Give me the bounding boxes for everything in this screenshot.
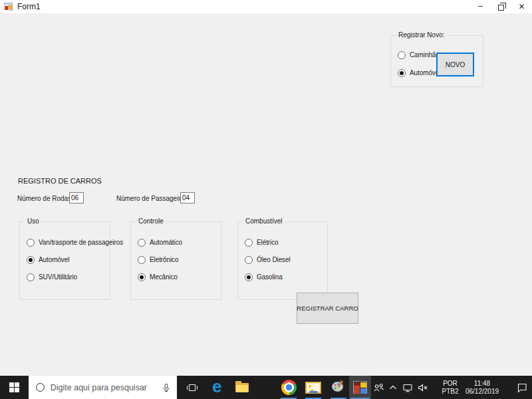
window-title: Form1 bbox=[17, 2, 41, 11]
edge-icon: e bbox=[212, 378, 221, 395]
window-titlebar: Form1 – ✕ bbox=[0, 0, 532, 13]
page-title: REGISTRO DE CARROS bbox=[18, 177, 102, 185]
radio-icon bbox=[245, 273, 253, 281]
combustivel-options: ElétricoÓleo DieselGasolina bbox=[245, 238, 291, 281]
language-indicator[interactable]: POR PTB2 bbox=[439, 380, 462, 396]
groupbox-controle: Controle AutomáticoEletrônicoMecânico bbox=[130, 221, 221, 300]
radio-gasolina[interactable]: Gasolina bbox=[245, 273, 291, 281]
chrome-button[interactable] bbox=[279, 376, 298, 399]
radio-suv-utilitario[interactable]: SUV/Utilitário bbox=[27, 273, 123, 281]
passageiros-input[interactable] bbox=[180, 192, 195, 203]
radio-label: Elétrico bbox=[257, 239, 279, 246]
groupbox-uso: Uso Van/trasporte de passageirosAutomóve… bbox=[19, 221, 110, 300]
system-tray: POR PTB2 11:48 06/12/2019 bbox=[371, 376, 532, 399]
radio-icon bbox=[398, 51, 406, 59]
taskbar-search[interactable] bbox=[29, 376, 177, 399]
radio-icon bbox=[27, 256, 35, 264]
action-center-icon[interactable] bbox=[512, 376, 532, 399]
radio-automatico[interactable]: Automático bbox=[138, 238, 182, 247]
chevron-up-icon[interactable] bbox=[386, 376, 400, 399]
radio-icon bbox=[398, 69, 406, 77]
file-explorer-icon bbox=[235, 383, 249, 392]
keyboard-layout: PTB2 bbox=[439, 388, 462, 396]
radio-automovel[interactable]: Automóvel bbox=[27, 255, 123, 264]
uso-options: Van/trasporte de passageirosAutomóvelSUV… bbox=[27, 238, 123, 281]
desktop-screen: Form1 – ✕ Registrar Novo: CaminhãoAutomó… bbox=[0, 0, 532, 399]
chrome-icon bbox=[281, 380, 297, 395]
radio-label: SUV/Utilitário bbox=[39, 273, 77, 281]
photos-button[interactable] bbox=[304, 376, 323, 399]
start-button[interactable] bbox=[0, 376, 29, 399]
radio-label: Automóvel bbox=[39, 256, 69, 263]
clock[interactable]: 11:48 06/12/2019 bbox=[462, 380, 503, 396]
radio-mecanico[interactable]: Mecânico bbox=[138, 273, 182, 281]
radio-van-trasporte-de-passageiros[interactable]: Van/trasporte de passageiros bbox=[27, 238, 123, 247]
radio-label: Van/trasporte de passageiros bbox=[39, 239, 123, 246]
radio-label: Mecânico bbox=[150, 273, 178, 281]
registrar-novo-options: CaminhãoAutomóvel bbox=[398, 51, 440, 77]
groupbox-combustivel: Combustível ElétricoÓleo DieselGasolina bbox=[237, 221, 328, 300]
radio-label: Óleo Diesel bbox=[257, 256, 291, 263]
groupbox-title: Uso bbox=[25, 217, 41, 225]
radio-eletrico[interactable]: Elétrico bbox=[245, 238, 291, 247]
restore-icon[interactable] bbox=[491, 0, 511, 13]
task-view-icon bbox=[187, 384, 198, 392]
network-icon[interactable] bbox=[400, 376, 415, 399]
radio-oleo-diesel[interactable]: Óleo Diesel bbox=[245, 255, 291, 264]
rodas-input[interactable] bbox=[69, 192, 84, 203]
radio-label: Caminhão bbox=[410, 51, 440, 59]
novo-button[interactable]: NOVO bbox=[436, 53, 474, 76]
task-view-button[interactable] bbox=[183, 376, 201, 399]
file-explorer-button[interactable] bbox=[233, 376, 251, 399]
minimize-icon[interactable]: – bbox=[470, 0, 491, 13]
radio-icon bbox=[27, 239, 35, 247]
form-app-icon bbox=[4, 3, 13, 11]
people-icon[interactable] bbox=[371, 376, 386, 399]
groupbox-title: Registrar Novo: bbox=[396, 31, 446, 39]
language-code: POR bbox=[439, 380, 462, 388]
radio-label: Automático bbox=[150, 239, 182, 246]
controle-options: AutomáticoEletrônicoMecânico bbox=[138, 238, 182, 281]
microphone-icon[interactable] bbox=[162, 382, 171, 393]
radio-icon bbox=[245, 256, 253, 264]
radio-icon bbox=[138, 256, 146, 264]
paint-icon bbox=[331, 379, 345, 396]
form-app-taskbar-button[interactable] bbox=[349, 376, 371, 399]
radio-icon bbox=[27, 273, 35, 281]
radio-automovel[interactable]: Automóvel bbox=[398, 68, 440, 77]
radio-icon bbox=[138, 273, 146, 281]
photos-icon bbox=[305, 382, 321, 394]
cortana-circle-icon bbox=[36, 383, 45, 392]
radio-icon bbox=[138, 239, 146, 247]
restore-glyph bbox=[498, 5, 504, 11]
form-app-icon bbox=[353, 381, 367, 394]
registrar-carro-button[interactable]: REGISTRAR CARRO bbox=[297, 293, 358, 324]
groupbox-title: Combustível bbox=[243, 217, 285, 225]
form-client-area: Registrar Novo: CaminhãoAutomóvel NOVO R… bbox=[0, 13, 532, 376]
edge-button[interactable]: e bbox=[207, 376, 226, 399]
radio-icon bbox=[245, 239, 253, 247]
paint-button[interactable] bbox=[329, 376, 348, 399]
radio-label: Gasolina bbox=[257, 273, 283, 281]
start-icon bbox=[9, 382, 19, 392]
groupbox-title: Controle bbox=[136, 217, 166, 225]
volume-muted-icon[interactable] bbox=[415, 376, 430, 399]
rodas-label: Número de Rodas: bbox=[17, 195, 73, 202]
radio-caminhao[interactable]: Caminhão bbox=[398, 51, 440, 59]
taskbar: e bbox=[0, 376, 532, 399]
passageiros-label: Número de Passageiros: bbox=[116, 195, 190, 202]
window-controls: – ✕ bbox=[470, 0, 532, 13]
close-icon[interactable]: ✕ bbox=[511, 0, 532, 13]
radio-eletronico[interactable]: Eletrônico bbox=[138, 255, 182, 264]
radio-label: Eletrônico bbox=[150, 256, 178, 263]
date-text: 06/12/2019 bbox=[462, 388, 503, 396]
time-text: 11:48 bbox=[462, 380, 503, 388]
search-input[interactable] bbox=[51, 383, 162, 392]
